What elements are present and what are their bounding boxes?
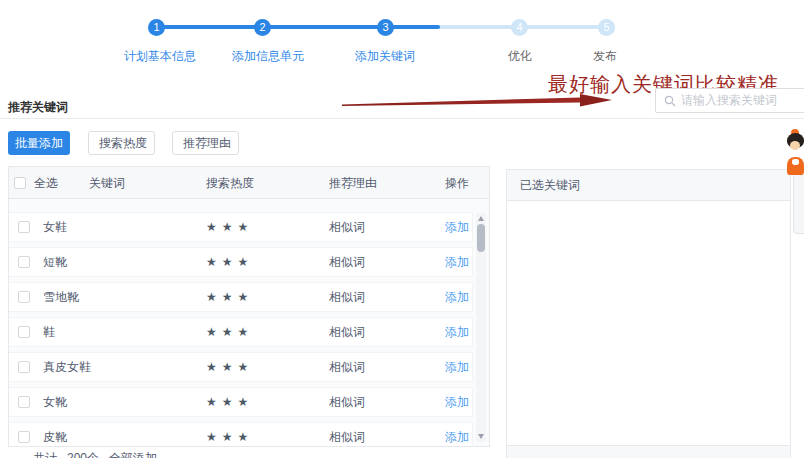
selected-keywords-panel: 已选关键词 全部删除	[506, 169, 791, 458]
table-row: 皮靴 ★★★ 相似词 添加	[9, 422, 473, 446]
annotation-arrow-icon	[340, 90, 640, 114]
reason-cell: 相似词	[329, 353, 365, 381]
table-row: 雪地靴 ★★★ 相似词 添加	[9, 282, 473, 312]
recommended-keywords-table: 全选 关键词 搜索热度 推荐理由 操作 女鞋 ★★★ 相似词 添加 短靴 ★★★…	[8, 166, 490, 447]
reason-filter-dropdown[interactable]: 推荐理由	[172, 131, 239, 155]
add-all-link[interactable]: 全部添加	[109, 450, 157, 458]
keyword-cell: 皮靴	[43, 423, 67, 446]
keyword-cell: 真皮女鞋	[43, 353, 91, 381]
step-label-info-unit: 添加信息单元	[213, 48, 323, 65]
keyword-cell: 女靴	[43, 388, 67, 416]
keyword-cell: 鞋	[43, 318, 55, 346]
selected-panel-footer: 全部删除	[507, 445, 790, 458]
row-checkbox[interactable]	[18, 431, 30, 443]
search-icon	[664, 95, 676, 107]
scroll-down-icon[interactable]	[478, 434, 484, 439]
helper-widget[interactable]	[793, 172, 804, 234]
select-all-label: 全选	[34, 167, 58, 199]
add-keyword-link[interactable]: 添加	[445, 353, 469, 381]
heat-stars: ★★★	[206, 283, 253, 311]
step-circle-5: 5	[598, 19, 615, 36]
row-checkbox[interactable]	[18, 256, 30, 268]
table-row: 女靴 ★★★ 相似词 添加	[9, 387, 473, 417]
reason-cell: 相似词	[329, 423, 365, 446]
reason-cell: 相似词	[329, 283, 365, 311]
col-header-reason: 推荐理由	[329, 167, 377, 199]
page-title: 推荐关键词	[8, 99, 68, 116]
col-header-keyword: 关键词	[89, 167, 125, 199]
add-keyword-link[interactable]: 添加	[445, 213, 469, 241]
scrollbar-thumb[interactable]	[477, 224, 485, 252]
add-keyword-link[interactable]: 添加	[445, 318, 469, 346]
selected-panel-title: 已选关键词	[507, 170, 790, 201]
selected-panel-body	[507, 201, 790, 444]
mascot-icon[interactable]	[786, 129, 804, 177]
table-footer: 共计 200个 全部添加	[33, 450, 157, 458]
reason-cell: 相似词	[329, 318, 365, 346]
heat-filter-dropdown[interactable]: 搜索热度	[88, 131, 155, 155]
heat-stars: ★★★	[206, 388, 253, 416]
table-header: 全选 关键词 搜索热度 推荐理由 操作	[9, 167, 489, 199]
table-row: 鞋 ★★★ 相似词 添加	[9, 317, 473, 347]
row-checkbox[interactable]	[18, 291, 30, 303]
keyword-cell: 短靴	[43, 248, 67, 276]
keyword-cell: 雪地靴	[43, 283, 79, 311]
add-keyword-link[interactable]: 添加	[445, 388, 469, 416]
add-keyword-link[interactable]: 添加	[445, 423, 469, 446]
keyword-selection-screen: 1 2 3 4 5 计划基本信息 添加信息单元 添加关键词 优化 发布 最好输入…	[0, 0, 804, 458]
search-placeholder: 请输入搜索关键词	[681, 89, 777, 112]
divider	[0, 118, 804, 119]
step-label-add-keywords: 添加关键词	[330, 48, 440, 65]
keyword-cell: 女鞋	[43, 213, 67, 241]
heat-stars: ★★★	[206, 353, 253, 381]
heat-stars: ★★★	[206, 213, 253, 241]
step-circle-4: 4	[511, 19, 528, 36]
col-header-action: 操作	[445, 167, 469, 199]
stepper-progress	[156, 25, 440, 29]
heat-stars: ★★★	[206, 318, 253, 346]
reason-cell: 相似词	[329, 388, 365, 416]
table-row: 短靴 ★★★ 相似词 添加	[9, 247, 473, 277]
keyword-search-input[interactable]: 请输入搜索关键词	[655, 88, 804, 113]
total-count: 200个	[67, 450, 99, 458]
step-circle-2[interactable]: 2	[254, 19, 271, 36]
reason-cell: 相似词	[329, 213, 365, 241]
table-body: 女鞋 ★★★ 相似词 添加 短靴 ★★★ 相似词 添加 雪地靴 ★★★ 相似词 …	[9, 199, 489, 446]
table-row: 真皮女鞋 ★★★ 相似词 添加	[9, 352, 473, 382]
step-label-publish: 发布	[550, 48, 660, 65]
scroll-up-icon[interactable]	[478, 216, 484, 221]
total-label: 共计	[33, 450, 57, 458]
row-checkbox[interactable]	[18, 396, 30, 408]
row-checkbox[interactable]	[18, 326, 30, 338]
select-all-checkbox[interactable]	[14, 177, 26, 189]
add-keyword-link[interactable]: 添加	[445, 283, 469, 311]
table-scrollbar[interactable]	[476, 213, 486, 442]
step-circle-1[interactable]: 1	[148, 19, 165, 36]
col-header-heat: 搜索热度	[206, 167, 254, 199]
heat-stars: ★★★	[206, 248, 253, 276]
batch-add-button[interactable]: 批量添加	[8, 131, 70, 155]
step-label-plan-info: 计划基本信息	[105, 48, 215, 65]
step-circle-3[interactable]: 3	[377, 19, 394, 36]
reason-cell: 相似词	[329, 248, 365, 276]
row-checkbox[interactable]	[18, 221, 30, 233]
row-checkbox[interactable]	[18, 361, 30, 373]
add-keyword-link[interactable]: 添加	[445, 248, 469, 276]
heat-stars: ★★★	[206, 423, 253, 446]
table-row: 女鞋 ★★★ 相似词 添加	[9, 212, 473, 242]
